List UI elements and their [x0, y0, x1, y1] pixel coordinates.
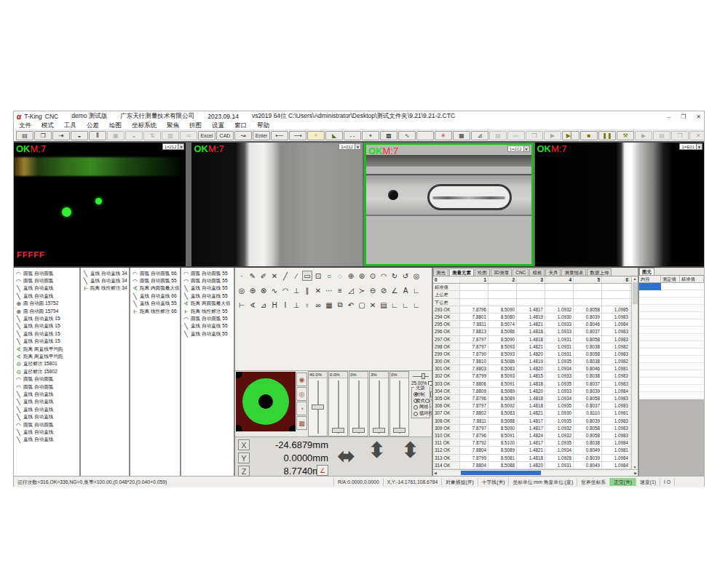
palette-tool-icon[interactable]: ≻ [357, 285, 367, 295]
element-row[interactable] [639, 312, 704, 319]
probe-button[interactable]: ◒ [71, 131, 88, 140]
list-item[interactable]: ╲直线 自动直线 55 [130, 300, 180, 308]
palette-tool-icon[interactable]: ↶ [346, 300, 356, 310]
tab-模板[interactable]: 模板 [529, 268, 545, 276]
column-header[interactable]: 2 [488, 276, 517, 283]
tab-测量报表[interactable]: 测量报表 [561, 268, 586, 276]
light-slider[interactable]: 3% [369, 371, 389, 437]
light-slider[interactable]: 0% [349, 371, 368, 437]
play-aux-button[interactable]: ▶ [635, 131, 652, 140]
menu-item[interactable]: 坐标系统 [127, 121, 162, 130]
slider-thumb[interactable] [373, 428, 385, 433]
palette-tool-icon[interactable]: ⊗ [258, 285, 269, 295]
list-item[interactable]: ◠圆弧 自动圆弧 55 [181, 315, 234, 322]
chevron-down-icon[interactable]: ▼ [696, 144, 702, 149]
cad-button[interactable]: CAD [216, 131, 234, 140]
play-to-end-button[interactable]: ▶▏ [562, 131, 579, 140]
list-item[interactable]: ╲直线 自动直线 15 [14, 338, 79, 346]
table-row[interactable]: 311 OK7.87928.51001.48171.09350.80381.09… [433, 439, 631, 447]
cycle-mode-radio[interactable] [414, 412, 418, 416]
palette-tool-icon[interactable]: ∿ [269, 285, 280, 295]
camera2-selector[interactable]: 1=212▼ [339, 143, 361, 150]
element-row[interactable] [639, 378, 704, 385]
list-item[interactable]: ╲直线 自动直线 55 [181, 323, 234, 330]
list-item[interactable]: ╲直线 自动直线 55 [181, 285, 234, 292]
list-item[interactable]: ∢距离 两直线平均距 [14, 353, 79, 360]
element-row[interactable] [639, 392, 704, 399]
standard-select[interactable]: 1▼ [430, 391, 432, 397]
angle-tool-button[interactable]: ∠ [317, 465, 328, 476]
list-item[interactable]: ╲直线 自动直线 [14, 413, 79, 420]
menu-item[interactable]: 绘图 [104, 121, 127, 130]
menu-item[interactable]: 拼图 [184, 121, 207, 130]
palette-tool-icon[interactable]: ∠ [389, 285, 400, 295]
menu-item[interactable]: 公差 [82, 121, 104, 130]
hatch-button[interactable]: ▩ [380, 131, 397, 140]
stop-button[interactable]: ■ [580, 131, 598, 140]
list-item[interactable]: ╲直线 自动直线 15 [14, 315, 79, 322]
level-radio[interactable] [425, 399, 430, 403]
excel-button[interactable]: Excel [198, 131, 215, 140]
column-header[interactable]: 4 [545, 276, 574, 283]
slider-thumb[interactable] [332, 428, 344, 433]
palette-tool-icon[interactable]: ⊘ [379, 285, 389, 295]
goto-button[interactable]: ⇥ [52, 131, 70, 140]
menu-item[interactable]: 聚焦 [162, 121, 184, 130]
palette-tool-icon[interactable]: ▤ [379, 300, 389, 310]
element-row[interactable] [639, 305, 704, 312]
list-item[interactable]: ╲直线 自动直线 [14, 406, 79, 413]
list-item[interactable]: ◠圆弧 自动圆弧 [14, 383, 79, 391]
list-item[interactable]: ╲直线 自动直线 34 [81, 277, 129, 284]
palette-tool-icon[interactable]: A [400, 285, 411, 295]
light-slider[interactable]: 40.0% [308, 371, 328, 437]
profile-curve-button[interactable]: ∿ [398, 131, 416, 140]
palette-tool-icon[interactable]: ◿ [346, 285, 356, 295]
element-row[interactable] [639, 290, 704, 298]
palette-tool-icon[interactable]: ↺ [400, 271, 411, 281]
zoom-slider[interactable] [413, 373, 429, 379]
spec-row[interactable]: 标准值 [433, 284, 631, 291]
list-item[interactable]: ⊕圆 自动圆 15794 [14, 308, 79, 315]
table-row[interactable]: 307 OK7.88028.50831.48211.09300.81101.09… [433, 410, 631, 417]
palette-tool-icon[interactable]: ∟ [389, 300, 400, 310]
camera3-selector[interactable]: 1=212▼ [507, 146, 530, 152]
palette-tool-icon[interactable]: ∞ [313, 300, 323, 310]
light-slider[interactable]: 0.0% [328, 371, 348, 437]
table-row[interactable]: 297 OK7.87978.50901.48181.09310.80581.09… [433, 336, 631, 343]
light-pattern-icon[interactable]: ◎ [296, 387, 307, 401]
palette-tool-icon[interactable]: ○ [324, 271, 334, 281]
camera-view-4[interactable]: OKM:7 1=E01▼ [535, 143, 705, 266]
menu-item[interactable]: 文件 [14, 121, 36, 130]
element-row[interactable] [639, 334, 704, 341]
table-row[interactable]: 305 OK7.87968.50891.48181.09340.80581.09… [433, 395, 631, 402]
pause-button[interactable]: ❚❚ [598, 131, 616, 140]
palette-tool-icon[interactable]: ✕ [313, 285, 323, 295]
palette-tool-icon[interactable]: ◠ [379, 271, 389, 281]
tab-绘图[interactable]: 绘图 [475, 268, 490, 276]
probe-down-button[interactable]: ◒ [125, 131, 143, 140]
open-program-button[interactable]: ❒ [526, 131, 543, 140]
table-row[interactable]: 309 OK7.87978.50901.48171.09320.80581.09… [433, 425, 631, 432]
palette-tool-icon[interactable]: ◎ [411, 271, 422, 281]
standard-radio[interactable] [414, 392, 418, 396]
jog-y-control[interactable]: ⬍ [368, 437, 386, 463]
measurement-list-3[interactable]: ◠圆弧 自动圆弧 66◠圆弧 自动圆弧 55∢距离 内圆弧最大值╲直线 自动直线… [130, 268, 181, 476]
list-item[interactable]: ◠圆弧 自动圆弧 55 [181, 277, 234, 284]
tab-数据上传[interactable]: 数据上传 [587, 268, 612, 276]
camera4-selector[interactable]: 1=E01▼ [679, 143, 703, 150]
level-radio[interactable] [414, 399, 418, 403]
arrow-left-button[interactable]: ⟵ [271, 131, 288, 140]
minimize-button[interactable]: – [668, 113, 670, 120]
light-pattern-icon[interactable]: ◉ [296, 372, 307, 386]
list-item[interactable]: ◠圆弧 自动圆弧 55 [181, 270, 234, 277]
qr-code-button[interactable]: ▦ [453, 131, 470, 140]
palette-tool-icon[interactable]: ⊛ [357, 271, 367, 281]
palette-tool-icon[interactable]: ≡ [335, 285, 345, 295]
tab-测量元素[interactable]: 测量元素 [449, 268, 474, 276]
chart-button[interactable]: ⊿ [471, 131, 488, 140]
gray-image-button[interactable]: ▦ [107, 131, 124, 140]
list-item[interactable]: ╲直线 自动直线 [14, 437, 79, 444]
palette-tool-icon[interactable]: H [269, 300, 280, 310]
grid-strength-radio[interactable] [414, 405, 418, 410]
table-row[interactable]: 302 OK7.87998.50931.48151.09330.80381.09… [433, 372, 631, 380]
